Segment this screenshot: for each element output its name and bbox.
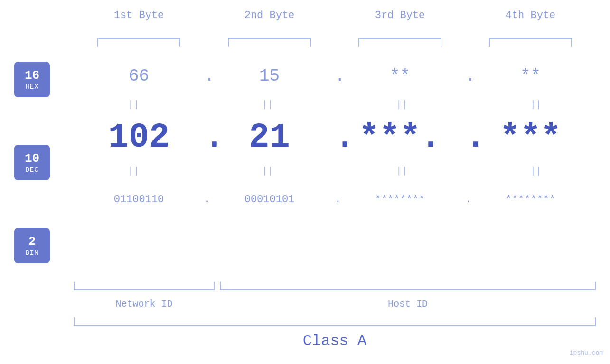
dec-b2-value: 21 — [249, 118, 290, 157]
dec-b1-cell: 102 — [74, 118, 204, 157]
equals-7: || — [396, 166, 407, 177]
dec-b3-cell: ***. — [335, 118, 465, 157]
host-bracket — [220, 282, 596, 290]
dec-b4-value: *** — [500, 118, 562, 157]
bin-b2-value: 00010101 — [244, 194, 295, 205]
hex-b4-cell: ** — [465, 66, 596, 86]
hex-b1-value: 66 — [129, 66, 149, 86]
id-labels: Network ID Host ID — [74, 299, 596, 309]
dec-b1-value: 102 — [108, 118, 170, 157]
class-label-container: Class A — [74, 332, 596, 350]
bin-number: 2 — [28, 234, 36, 249]
dec-label: DEC — [25, 166, 38, 174]
header-byte4: 4th Byte — [465, 9, 596, 21]
eq2-b3: || — [342, 166, 462, 177]
bin-b2-cell: 00010101 — [204, 194, 335, 205]
header-byte3: 3rd Byte — [335, 9, 465, 21]
bracket-byte1 — [74, 38, 204, 47]
dec-badge: 10 DEC — [14, 145, 50, 180]
equals-1: || — [128, 99, 139, 110]
watermark: ipshu.com — [570, 348, 603, 357]
bin-b3-value: ******** — [375, 194, 425, 205]
header-byte1: 1st Byte — [74, 9, 204, 21]
bin-label: BIN — [25, 249, 38, 257]
bin-b1-cell: 01100110 — [74, 194, 204, 205]
hex-row: 66 . 15 . ** . ** — [74, 57, 596, 95]
equals-5: || — [128, 166, 139, 177]
hex-b1-cell: 66 — [74, 66, 204, 86]
bracket-line-3 — [358, 38, 441, 47]
dec-b4-cell: *** — [465, 118, 596, 157]
hex-b2-cell: 15 — [204, 66, 335, 86]
bracket-line-4 — [489, 38, 572, 47]
dec-b3-value: ***. — [359, 118, 441, 157]
hex-b2-value: 15 — [259, 66, 280, 86]
equals-2: || — [262, 99, 273, 110]
equals-8: || — [530, 166, 542, 177]
eq1-b2: || — [208, 99, 328, 110]
hex-label: HEX — [25, 83, 38, 91]
bin-b1-value: 01100110 — [114, 194, 164, 205]
hex-b4-value: ** — [520, 66, 541, 86]
class-label: Class A — [303, 332, 366, 350]
top-brackets — [74, 38, 596, 47]
equals-row-1: || || || || — [74, 95, 596, 114]
network-id-label: Network ID — [115, 299, 172, 309]
hex-b3-value: ** — [390, 66, 410, 86]
equals-6: || — [262, 166, 273, 177]
hex-number: 16 — [25, 68, 39, 83]
dec-number: 10 — [25, 151, 39, 166]
dec-row: 102 . 21 . ***. . *** — [74, 114, 596, 161]
equals-4: || — [530, 99, 542, 110]
bin-b4-cell: ******** — [465, 194, 596, 205]
bracket-byte3 — [335, 38, 465, 47]
host-id-label: Host ID — [388, 299, 428, 309]
eq2-b4: || — [476, 166, 596, 177]
equals-row-2: || || || || — [74, 161, 596, 180]
eq1-b1: || — [74, 99, 194, 110]
hex-b3-cell: ** — [335, 66, 465, 86]
eq1-b4: || — [476, 99, 596, 110]
rows-container: 66 . 15 . ** . ** || || — [74, 57, 596, 218]
bin-badge: 2 BIN — [14, 228, 50, 263]
bracket-line-2 — [228, 38, 311, 47]
bottom-brackets — [74, 282, 596, 290]
bin-row: 01100110 . 00010101 . ******** . *******… — [74, 180, 596, 218]
dec-b2-cell: 21 — [204, 118, 335, 157]
base-labels: 16 HEX 10 DEC 2 BIN — [14, 62, 50, 263]
watermark-text: ipshu.com — [570, 349, 603, 356]
hex-badge: 16 HEX — [14, 62, 50, 97]
byte-headers: 1st Byte 2nd Byte 3rd Byte 4th Byte — [74, 9, 596, 21]
eq1-b3: || — [342, 99, 462, 110]
eq2-b1: || — [74, 166, 194, 177]
host-id-container: Host ID — [220, 299, 596, 309]
header-byte2: 2nd Byte — [204, 9, 335, 21]
network-id-container: Network ID — [74, 299, 215, 309]
equals-3: || — [396, 99, 407, 110]
page-container: 1st Byte 2nd Byte 3rd Byte 4th Byte 16 H… — [0, 0, 610, 364]
eq2-b2: || — [208, 166, 328, 177]
network-bracket — [74, 282, 215, 290]
bracket-line-1 — [97, 38, 180, 47]
bracket-byte4 — [465, 38, 596, 47]
bracket-byte2 — [204, 38, 335, 47]
bin-b4-value: ******** — [506, 194, 556, 205]
bin-b3-cell: ******** — [335, 194, 465, 205]
class-bracket — [74, 317, 596, 326]
